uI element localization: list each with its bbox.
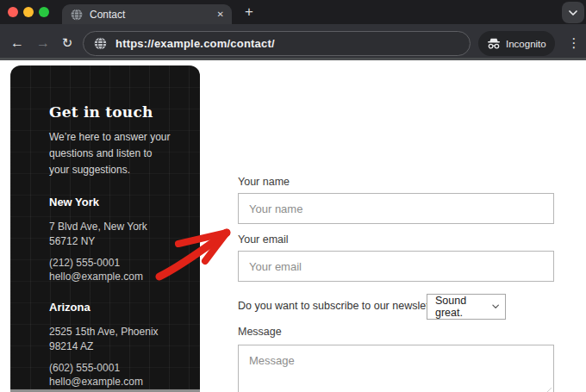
- tab-strip: Contact ✕ +: [0, 0, 586, 24]
- back-button[interactable]: ←: [7, 33, 28, 53]
- browser-window: Contact ✕ + ← → ↻ https://example.com/co…: [0, 0, 586, 392]
- name-input[interactable]: [238, 193, 554, 224]
- site-globe-icon: [94, 37, 107, 50]
- forward-button[interactable]: →: [33, 33, 53, 53]
- macos-close-button[interactable]: [8, 7, 18, 17]
- new-tab-button[interactable]: +: [239, 2, 259, 22]
- location-city: New York: [49, 196, 178, 208]
- message-textarea[interactable]: [238, 345, 554, 392]
- name-field-label: Your name: [238, 176, 290, 188]
- intro-text: We’re here to answer your questions and …: [49, 129, 173, 178]
- tab-title: Contact: [90, 9, 217, 21]
- location-email: hello@example.com: [49, 271, 143, 283]
- location-phone: (212) 555-0001: [49, 257, 120, 269]
- location-address-line1: 7 Blvd Ave, New York: [49, 221, 147, 233]
- newsletter-question-label: Do you want to subscribe to our newslett…: [238, 300, 447, 312]
- message-field-label: Message: [238, 326, 282, 338]
- browser-menu-icon[interactable]: ⋮: [567, 33, 581, 53]
- location-city: Arizona: [49, 301, 178, 314]
- location-address-line2: 98214 AZ: [49, 340, 93, 352]
- email-input[interactable]: [238, 251, 554, 282]
- red-arrow-annotation: [148, 221, 234, 283]
- incognito-label: Incognito: [506, 39, 546, 49]
- location-email: hello@example.com: [49, 376, 143, 388]
- reload-button[interactable]: ↻: [57, 33, 78, 53]
- location-address-line2: 56712 NY: [49, 235, 95, 247]
- tab-search-button[interactable]: [562, 2, 584, 23]
- email-field-label: Your email: [238, 233, 289, 246]
- page-title: Get in touch: [49, 103, 178, 121]
- page-content: Get in touch We’re here to answer your q…: [0, 63, 586, 392]
- url-bar[interactable]: https://example.com/contact/: [83, 31, 471, 56]
- newsletter-select[interactable]: Sound great.: [427, 294, 506, 320]
- incognito-icon: [487, 38, 501, 49]
- url-text[interactable]: https://example.com/contact/: [115, 37, 275, 50]
- macos-fullscreen-button[interactable]: [39, 7, 49, 17]
- tab-favicon-globe-icon: [71, 9, 83, 21]
- select-chevron-down-icon: [492, 304, 499, 309]
- location-address-line1: 2525 15th Ave, Phoenix: [49, 326, 159, 338]
- chevron-down-icon: [569, 10, 577, 16]
- tab-close-icon[interactable]: ✕: [217, 10, 224, 19]
- newsletter-selected-value: Sound great.: [435, 295, 492, 319]
- location-phone: (602) 555-0001: [49, 362, 120, 374]
- macos-minimize-button[interactable]: [23, 7, 34, 17]
- incognito-badge: Incognito: [478, 31, 555, 56]
- location-arizona: Arizona 2525 15th Ave, Phoenix 98214 AZ …: [49, 301, 178, 389]
- browser-tab-contact[interactable]: Contact ✕: [62, 4, 232, 24]
